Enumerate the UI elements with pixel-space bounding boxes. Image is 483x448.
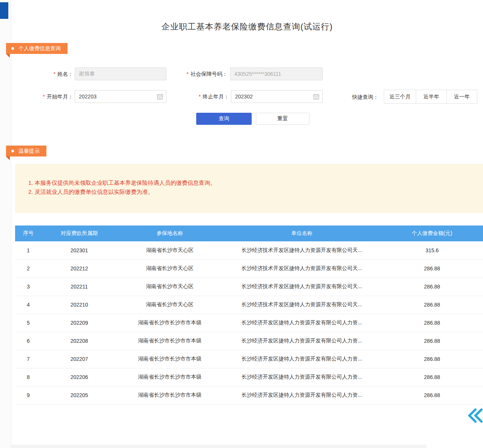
cell-amount: 286.88 xyxy=(381,368,483,386)
cell-insured-place: 湖南省长沙市长沙市市本级 xyxy=(117,332,223,350)
cell-index: 9 xyxy=(15,386,42,404)
cell-index: 6 xyxy=(15,332,42,350)
quick-btn-last-3-months[interactable]: 近三个月 xyxy=(384,90,416,104)
ribbon-fold xyxy=(6,156,10,160)
table-row: 9202205湖南省长沙市长沙市市本级长沙经济开发区捷特人力资源开发有限公司人力… xyxy=(15,386,483,404)
payment-records-table: 序号 对应费款所属期 参保地名称 单位名称 个人缴费金额(元) 1202301湖… xyxy=(15,226,483,405)
cell-amount: 286.88 xyxy=(381,386,483,404)
section-badge-tips-label: 温馨提示 xyxy=(18,148,40,155)
cell-insured-place: 湖南省长沙市长沙市市本级 xyxy=(117,350,223,368)
cell-employer: 长沙经济开发区捷特人力资源开发有限公司人力资... xyxy=(223,350,381,368)
quick-query-label: 快捷查询： xyxy=(352,90,378,104)
cell-index: 8 xyxy=(15,368,42,386)
cell-employer: 长沙经济技术开发区捷特人力资源开发有限公司天... xyxy=(223,259,381,278)
calendar-icon[interactable] xyxy=(313,94,319,100)
section-badge-query: 个人缴费信息查询 xyxy=(6,43,68,54)
cell-index: 2 xyxy=(15,259,42,278)
cell-insured-place: 湖南省长沙市天心区 xyxy=(117,259,223,278)
cell-amount: 286.88 xyxy=(381,350,483,368)
end-month-label: *终止年月： xyxy=(183,90,229,103)
table-row: 2202212湖南省长沙市天心区长沙经济技术开发区捷特人力资源开发有限公司天..… xyxy=(15,259,483,278)
required-asterisk: * xyxy=(199,94,201,100)
section-badge-tips: 温馨提示 xyxy=(6,146,46,156)
quick-query-group: 近三个月 近半年 近一年 xyxy=(384,90,477,104)
col-header-period: 对应费款所属期 xyxy=(42,226,117,241)
cell-period: 202208 xyxy=(42,332,117,350)
tips-notice-box: 1. 本服务仅提供尚未领取企业职工基本养老保险待遇人员的缴费信息查询。 2. 灵… xyxy=(15,164,483,213)
cell-index: 7 xyxy=(15,350,42,368)
cell-amount: 286.88 xyxy=(381,314,483,332)
cell-index: 5 xyxy=(15,314,42,332)
cell-insured-place: 湖南省长沙市天心区 xyxy=(117,296,223,314)
col-header-amount: 个人缴费金额(元) xyxy=(381,226,483,241)
required-asterisk: * xyxy=(54,71,55,77)
cell-insured-place: 湖南省长沙市天心区 xyxy=(117,241,223,259)
cell-index: 3 xyxy=(15,278,42,296)
ribbon-fold xyxy=(6,54,10,58)
required-asterisk: * xyxy=(187,71,189,77)
cell-period: 202207 xyxy=(42,350,117,368)
cell-employer: 长沙经济技术开发区捷特人力资源开发有限公司天... xyxy=(223,241,381,259)
cell-insured-place: 湖南省长沙市长沙市市本级 xyxy=(117,368,223,386)
cell-insured-place: 湖南省长沙市长沙市市本级 xyxy=(117,386,223,404)
cell-amount: 286.88 xyxy=(381,259,483,278)
cell-employer: 长沙经济开发区捷特人力资源开发有限公司人力资... xyxy=(223,314,381,332)
table-row: 8202206湖南省长沙市长沙市市本级长沙经济开发区捷特人力资源开发有限公司人力… xyxy=(15,368,483,386)
pension-query-page: 企业职工基本养老保险缴费信息查询(试运行) 个人缴费信息查询 *姓名： *社会保… xyxy=(0,0,483,448)
quick-btn-last-year[interactable]: 近一年 xyxy=(446,90,477,104)
cell-employer: 长沙经济技术开发区捷特人力资源开发有限公司天... xyxy=(223,278,381,296)
cell-amount: 286.88 xyxy=(381,296,483,314)
cell-employer: 长沙经济开发区捷特人力资源开发有限公司人力资... xyxy=(223,386,381,404)
end-month-input[interactable] xyxy=(231,90,323,103)
cell-insured-place: 湖南省长沙市天心区 xyxy=(117,278,223,296)
cell-period: 202206 xyxy=(42,368,117,386)
start-month-label: *开始年月： xyxy=(27,90,73,103)
table-row: 7202207湖南省长沙市长沙市市本级长沙经济开发区捷特人力资源开发有限公司人力… xyxy=(15,350,483,368)
page-title: 企业职工基本养老保险缴费信息查询(试运行) xyxy=(11,21,483,32)
ssn-label: *社会保障号码： xyxy=(172,68,228,80)
cell-index: 1 xyxy=(15,241,42,259)
col-header-index: 序号 xyxy=(15,226,42,241)
bullet-dot-icon xyxy=(11,47,14,50)
query-button[interactable]: 查询 xyxy=(196,113,252,125)
table-row: 6202208湖南省长沙市长沙市市本级长沙经济开发区捷特人力资源开发有限公司人力… xyxy=(15,332,483,350)
table-row: 5202209湖南省长沙市长沙市市本级长沙经济开发区捷特人力资源开发有限公司人力… xyxy=(15,314,483,332)
col-header-employer: 单位名称 xyxy=(223,226,381,241)
cell-period: 202210 xyxy=(42,296,117,314)
required-asterisk: * xyxy=(43,94,45,100)
start-month-input[interactable] xyxy=(75,90,166,103)
sidebar-blue-tab[interactable] xyxy=(0,2,8,19)
bullet-dot-icon xyxy=(11,150,14,152)
cell-employer: 长沙经济技术开发区捷特人力资源开发有限公司天... xyxy=(223,296,381,314)
table-header-row: 序号 对应费款所属期 参保地名称 单位名称 个人缴费金额(元) xyxy=(15,226,483,241)
cell-period: 202212 xyxy=(42,259,117,278)
reset-button[interactable]: 重置 xyxy=(256,113,309,125)
table-row: 4202210湖南省长沙市天心区长沙经济技术开发区捷特人力资源开发有限公司天..… xyxy=(15,296,483,314)
end-month-field xyxy=(231,90,323,103)
cell-employer: 长沙经济开发区捷特人力资源开发有限公司人力资... xyxy=(223,368,381,386)
start-month-field xyxy=(75,90,166,103)
table-row: 3202211湖南省长沙市天心区长沙经济技术开发区捷特人力资源开发有限公司天..… xyxy=(15,278,483,296)
cell-amount: 286.88 xyxy=(381,278,483,296)
tip-line-1: 1. 本服务仅提供尚未领取企业职工基本养老保险待遇人员的缴费信息查询。 xyxy=(28,178,483,187)
collapse-left-chevron-icon[interactable] xyxy=(468,408,483,423)
col-header-insured-place: 参保地名称 xyxy=(117,226,223,241)
left-sidebar-strip xyxy=(0,0,11,448)
table-row: 1202301湖南省长沙市天心区长沙经济技术开发区捷特人力资源开发有限公司天..… xyxy=(15,241,483,259)
section-badge-query-label: 个人缴费信息查询 xyxy=(18,45,61,52)
cell-period: 202301 xyxy=(42,241,117,259)
name-label: *姓名： xyxy=(38,68,73,80)
ssn-input[interactable] xyxy=(230,68,323,80)
tip-line-2: 2. 灵活就业人员的缴费单位信息以实际缴费为准。 xyxy=(28,187,483,196)
name-input[interactable] xyxy=(75,68,166,80)
cell-period: 202211 xyxy=(42,278,117,296)
cell-insured-place: 湖南省长沙市长沙市市本级 xyxy=(117,314,223,332)
cell-amount: 315.6 xyxy=(381,241,483,259)
cell-employer: 长沙经济开发区捷特人力资源开发有限公司人力资... xyxy=(223,332,381,350)
cell-amount: 286.88 xyxy=(381,332,483,350)
footer-strip xyxy=(11,445,426,448)
calendar-icon[interactable] xyxy=(157,94,163,100)
cell-period: 202209 xyxy=(42,314,117,332)
quick-btn-last-half-year[interactable]: 近半年 xyxy=(416,90,447,104)
cell-index: 4 xyxy=(15,296,42,314)
